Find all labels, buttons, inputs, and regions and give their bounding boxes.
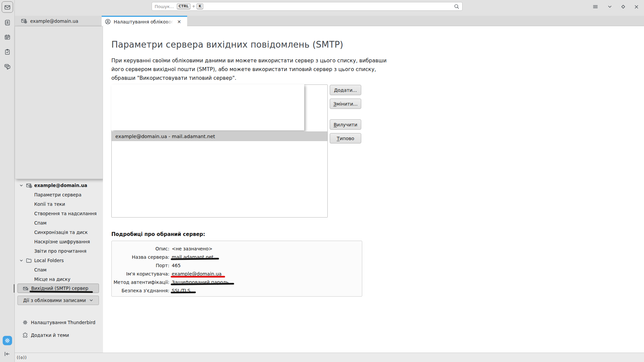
tab-settings-label: Налаштування облікового за (114, 19, 173, 24)
server-details-panel: Опис: <не зазначено> Назва сервера: mail… (111, 241, 362, 297)
puzzle-icon (22, 332, 29, 338)
selected-item-indicator (14, 284, 14, 293)
spaces-toolbar (0, 0, 15, 362)
sidebar-item-addons-themes[interactable]: Додатки й теми (15, 330, 103, 340)
thunderbird-window: Пошук... CTRL + K (0, 0, 644, 362)
account-settings-icon (105, 18, 111, 25)
tab-account-settings[interactable]: Налаштування облікового за ✕ (102, 16, 187, 26)
status-bar: ((o)) (15, 353, 644, 362)
sidebar-item-local-junk[interactable]: Спам (15, 265, 103, 275)
search-input[interactable]: Пошук... CTRL + K (152, 2, 463, 11)
maximize-icon[interactable] (619, 3, 627, 11)
list-overlay-panel (111, 84, 304, 130)
toolbar: Пошук... CTRL + K (0, 0, 644, 16)
detail-row-auth-method: Метод автентифікації: Зашифрований парол… (112, 278, 362, 286)
sidebar-item-composition[interactable]: Створення та надсилання (15, 209, 103, 218)
network-status-icon[interactable]: ((o)) (17, 355, 27, 360)
tab-close-icon[interactable]: ✕ (176, 19, 182, 24)
page-title: Параметри сервера вихідних повідомлень (… (111, 40, 343, 50)
addressbook-space-icon[interactable] (3, 18, 11, 26)
sidebar-item-thunderbird-settings[interactable]: Налаштування Thunderbird (15, 318, 103, 327)
ctrl-keycap: CTRL (177, 3, 191, 9)
folder-icon (25, 257, 32, 263)
empty-folder-pane (15, 26, 103, 179)
sidebar-item-disk-space[interactable]: Місце на диску (15, 275, 103, 284)
chevron-down-icon[interactable] (19, 184, 23, 187)
edit-button[interactable]: Змінити... (330, 99, 361, 109)
search-placeholder: Пошук... (155, 4, 174, 9)
thunderbird-settings-label: Налаштування Thunderbird (31, 320, 95, 325)
sidebar-local-folders-label: Local Folders (34, 258, 64, 263)
sidebar-item-e2e-encryption[interactable]: Наскрізне шифрування (15, 237, 103, 246)
set-default-button[interactable]: Типово (330, 133, 361, 143)
tab-bar: example@domain.ua Налаштування обліковог… (15, 16, 644, 26)
account-tree: example@domain.ua Параметри сервера Копі… (15, 181, 103, 284)
tab-account-label: example@domain.ua (30, 18, 78, 24)
account-icon (25, 182, 32, 189)
detail-row-description: Опис: <не зазначено> (112, 244, 362, 253)
plus-separator: + (192, 4, 195, 9)
calendar-space-icon[interactable] (3, 33, 11, 41)
chevron-down-icon (89, 298, 93, 302)
minimize-icon[interactable] (606, 3, 614, 11)
sidebar-local-folders-root[interactable]: Local Folders (15, 256, 103, 265)
search-icon (453, 3, 460, 9)
sidebar-account-label: example@domain.ua (34, 183, 87, 188)
tasks-space-icon[interactable] (3, 48, 11, 56)
settings-sidebar: example@domain.ua Параметри сервера Копі… (15, 26, 103, 353)
page-description: При керуванні своїми обліковими даними в… (111, 56, 387, 82)
detail-row-port: Порт: 465 (112, 261, 362, 269)
menu-icon[interactable] (591, 3, 599, 11)
sidebar-item-server-settings[interactable]: Параметри сервера (15, 190, 103, 199)
detail-row-server-name: Назва сервера: mail.adamant.net (112, 253, 362, 261)
close-icon[interactable] (632, 3, 640, 11)
smtp-server-icon (22, 285, 29, 292)
sidebar-account-root[interactable]: example@domain.ua (15, 181, 103, 190)
account-icon (21, 18, 27, 24)
remove-button[interactable]: Вилучити (330, 119, 361, 130)
detail-row-connection-security: Безпека з'єднання: SSL/TLS (112, 286, 362, 295)
mail-space-icon[interactable] (3, 3, 11, 11)
details-heading: Подробиці про обраний сервер: (111, 231, 205, 237)
sidebar-item-copies-folders[interactable]: Копії та теки (15, 199, 103, 209)
gear-icon (22, 319, 29, 325)
spaces-settings-button[interactable] (3, 336, 12, 345)
smtp-settings-pane: Параметри сервера вихідних повідомлень (… (103, 26, 644, 353)
sidebar-item-junk[interactable]: Спам (15, 218, 103, 228)
k-keycap: K (197, 3, 203, 9)
account-actions-button[interactable]: Дії з обліковими записами (17, 296, 99, 305)
sidebar-item-sync-disk[interactable]: Синхронізація та диск (15, 228, 103, 237)
tab-account[interactable]: example@domain.ua (16, 16, 100, 26)
collapse-spaces-icon[interactable] (3, 351, 11, 357)
sidebar-item-return-receipts[interactable]: Звіти про прочитання (15, 246, 103, 256)
chat-space-icon[interactable] (3, 63, 11, 71)
smtp-server-list-item[interactable]: example@domain.ua - mail.adamant.net (112, 131, 327, 141)
addons-themes-label: Додатки й теми (31, 333, 69, 338)
detail-row-username: Ім'я користувача: example@domain.ua (112, 269, 362, 278)
sidebar-smtp-label: Вихідний (SMTP) сервер (31, 286, 88, 291)
chevron-down-icon[interactable] (19, 259, 23, 262)
add-button[interactable]: Додати... (330, 85, 361, 95)
